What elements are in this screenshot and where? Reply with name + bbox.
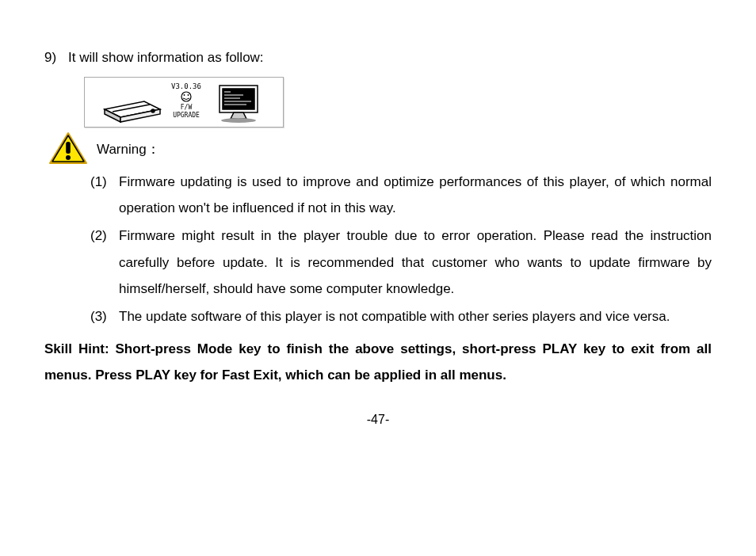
illustration-container: V3.0.36 F/W UPGRADE <box>84 77 712 128</box>
warning-item-number: (1) <box>90 169 119 195</box>
firmware-upgrade-illustration: V3.0.36 F/W UPGRADE <box>84 77 284 128</box>
warning-icon <box>48 131 89 167</box>
warning-item-number: (3) <box>90 303 119 329</box>
svg-point-10 <box>221 118 256 123</box>
warning-item: (3) The update software of this player i… <box>90 303 712 329</box>
svg-point-3 <box>181 92 191 101</box>
warning-list: (1) Firmware updating is used to improve… <box>90 169 712 329</box>
warning-item: (1) Firmware updating is used to improve… <box>90 169 712 221</box>
svg-rect-11 <box>66 142 71 154</box>
svg-point-4 <box>184 94 185 96</box>
step-text: It will show information as follow: <box>68 44 712 70</box>
warning-label: Warning： <box>97 136 160 162</box>
warning-header: Warning： <box>48 131 712 167</box>
svg-point-12 <box>66 155 71 160</box>
warning-item-text: Firmware might result in the player trou… <box>119 223 712 301</box>
svg-point-1 <box>151 109 155 112</box>
step-row: 9) It will show information as follow: <box>44 44 712 70</box>
warning-item: (2) Firmware might result in the player … <box>90 223 712 301</box>
skill-hint: Skill Hint: Short-press Mode key to fini… <box>44 336 712 388</box>
warning-item-text: The update software of this player is no… <box>119 303 712 329</box>
warning-item-number: (2) <box>90 223 119 249</box>
svg-point-5 <box>188 94 189 96</box>
warning-item-text: Firmware updating is used to improve and… <box>119 169 712 221</box>
svg-text:F/W: F/W <box>181 104 193 111</box>
step-number: 9) <box>44 44 68 70</box>
page-number: -47- <box>44 407 712 432</box>
svg-text:UPGRADE: UPGRADE <box>173 112 200 119</box>
svg-text:V3.0.36: V3.0.36 <box>171 82 201 90</box>
